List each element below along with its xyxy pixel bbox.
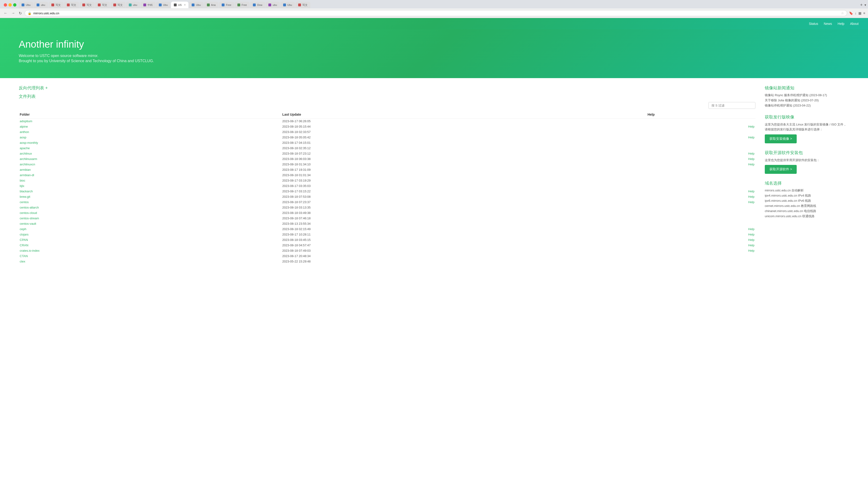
file-link-23[interactable]: CRAN — [20, 244, 29, 247]
file-link-3[interactable]: aosp — [20, 136, 26, 139]
file-link-21[interactable]: clojars — [20, 233, 29, 236]
browser-tab-11[interactable]: Ubu — [189, 2, 203, 8]
file-link-13[interactable]: blackarch — [20, 190, 33, 193]
browser-tab-16[interactable]: ubu — [266, 2, 280, 8]
domain-item-3: cernet.mirrors.ustc.edu.cn 教育网路线 — [765, 204, 849, 208]
help-link-14[interactable]: Help — [748, 195, 754, 198]
news-item-0[interactable]: 镜像站 Rsync 服务停机维护通知 (2023-08-17) — [765, 93, 849, 97]
file-link-20[interactable]: ceph — [20, 227, 26, 231]
file-link-14[interactable]: brew.git — [20, 195, 30, 198]
table-row: apache2023-08-18 02:35:12 — [19, 146, 755, 151]
file-link-16[interactable]: centos-altarch — [20, 206, 39, 209]
tab-label-5: 写文 — [102, 3, 107, 7]
nav-help[interactable]: Help — [838, 22, 845, 25]
search-input[interactable] — [709, 102, 755, 109]
help-link-20[interactable]: Help — [748, 227, 754, 231]
software-button[interactable]: 获取开源软件 > — [765, 165, 797, 174]
browser-tab-1[interactable]: ubu — [34, 2, 48, 8]
close-button[interactable] — [4, 3, 7, 6]
news-item-2[interactable]: 镜像站停机维护通知 (2023-04-22) — [765, 103, 849, 108]
help-link-8[interactable]: Help — [748, 163, 754, 166]
file-link-11[interactable]: bioc — [20, 179, 25, 182]
minimize-button[interactable] — [8, 3, 12, 6]
tab-menu-button[interactable]: ▾ — [865, 3, 866, 7]
browser-tab-6[interactable]: 写文 — [111, 2, 126, 8]
help-link-22[interactable]: Help — [748, 238, 754, 242]
browser-tab-3[interactable]: 写文 — [64, 2, 79, 8]
proxy-list-title[interactable]: 反向代理列表 + — [19, 85, 755, 91]
browser-tab-2[interactable]: 写文 — [49, 2, 63, 8]
file-link-26[interactable]: ctex — [20, 260, 25, 263]
hero-description: Brought to you by University of Science … — [19, 59, 849, 63]
help-link-15[interactable]: Help — [748, 200, 754, 204]
file-link-1[interactable]: alpine — [20, 125, 28, 128]
browser-tab-4[interactable]: 写文 — [79, 2, 95, 8]
browser-tab-0[interactable]: Ubu — [19, 2, 33, 8]
news-item-1[interactable]: 关于移除 Julia 镜像的通知 (2023-07-20) — [765, 98, 849, 102]
help-link-21[interactable]: Help — [748, 233, 754, 236]
download-icon[interactable]: ↓ — [855, 11, 856, 15]
file-link-25[interactable]: CTAN — [20, 254, 28, 258]
maximize-button[interactable] — [13, 3, 16, 6]
help-link-24[interactable]: Help — [748, 249, 754, 252]
left-panel: 反向代理列表 + 文件列表 Folder Last Update Help ad… — [19, 85, 755, 264]
domain-item-0: mirrors.ustc.edu.cn 自动解析 — [765, 188, 849, 193]
nav-about[interactable]: About — [850, 22, 858, 25]
nav-status[interactable]: Status — [809, 22, 818, 25]
file-link-10[interactable]: armbian-dl — [20, 173, 34, 177]
browser-tab-15[interactable]: Dow — [250, 2, 265, 8]
hero-title: Another infinity — [19, 39, 849, 50]
file-date-19: 2023-08-13 23:55:34 — [281, 221, 646, 226]
browser-tab-13[interactable]: Free — [219, 2, 234, 8]
browser-tab-18[interactable]: 写文 — [295, 2, 310, 8]
browser-tab-10[interactable]: US× — [171, 2, 188, 8]
help-link-7[interactable]: Help — [748, 157, 754, 161]
help-link-1[interactable]: Help — [748, 125, 754, 128]
address-bar[interactable]: 🔒 ☆ — [25, 10, 847, 16]
url-input[interactable] — [33, 12, 839, 15]
tab-label-17: Ubu — [287, 3, 292, 6]
file-link-5[interactable]: apache — [20, 146, 30, 150]
browser-tab-5[interactable]: 写文 — [95, 2, 110, 8]
bookmark-icon[interactable]: 🔖 — [849, 11, 853, 15]
help-link-23[interactable]: Help — [748, 244, 754, 247]
distro-button[interactable]: 获取安装镜像 > — [765, 134, 797, 143]
help-link-3[interactable]: Help — [748, 136, 754, 139]
file-link-0[interactable]: adoptium — [20, 119, 32, 123]
reload-button[interactable]: ↻ — [18, 10, 23, 16]
new-tab-button[interactable]: + — [858, 3, 864, 7]
file-link-18[interactable]: centos-stream — [20, 216, 39, 220]
extensions-icon[interactable]: ▦ — [858, 11, 862, 15]
file-link-19[interactable]: centos-vault — [20, 222, 36, 225]
nav-news[interactable]: News — [824, 22, 832, 25]
file-link-2[interactable]: anthon — [20, 130, 29, 134]
file-link-6[interactable]: archlinux — [20, 152, 32, 155]
forward-button[interactable]: → — [10, 10, 16, 16]
tab-label-10: US — [178, 3, 182, 6]
table-row: archlinuxarm2023-08-18 06:03:38Help — [19, 156, 755, 162]
file-link-17[interactable]: centos-cloud — [20, 211, 37, 215]
file-date-16: 2023-08-18 03:13:35 — [281, 205, 646, 210]
tab-close-button-10[interactable]: × — [184, 3, 186, 6]
file-link-12[interactable]: bjlx — [20, 184, 24, 188]
browser-tab-8[interactable]: 中科 — [140, 2, 155, 8]
tab-favicon-6 — [113, 3, 116, 6]
help-link-13[interactable]: Help — [748, 190, 754, 193]
browser-tab-12[interactable]: Ana — [204, 2, 219, 8]
file-link-7[interactable]: archlinuxarm — [20, 157, 37, 161]
file-link-4[interactable]: aosp-monthly — [20, 141, 38, 145]
browser-tab-9[interactable]: Ubu — [156, 2, 171, 8]
help-link-6[interactable]: Help — [748, 152, 754, 155]
file-link-24[interactable]: crates.io-index — [20, 249, 40, 252]
browser-tab-17[interactable]: Ubu — [280, 2, 295, 8]
back-button[interactable]: ← — [3, 10, 8, 16]
table-row: anthon2023-08-18 02:33:57 — [19, 129, 755, 135]
file-link-15[interactable]: centos — [20, 200, 29, 204]
file-link-8[interactable]: archlinuxcn — [20, 163, 35, 166]
file-link-22[interactable]: CPAN — [20, 238, 28, 242]
browser-tab-7[interactable]: ubu — [126, 2, 140, 8]
file-link-9[interactable]: armbian — [20, 168, 31, 171]
menu-icon[interactable]: ≡ — [863, 11, 865, 15]
browser-tab-14[interactable]: Free — [234, 2, 250, 8]
star-icon[interactable]: ☆ — [841, 11, 844, 15]
